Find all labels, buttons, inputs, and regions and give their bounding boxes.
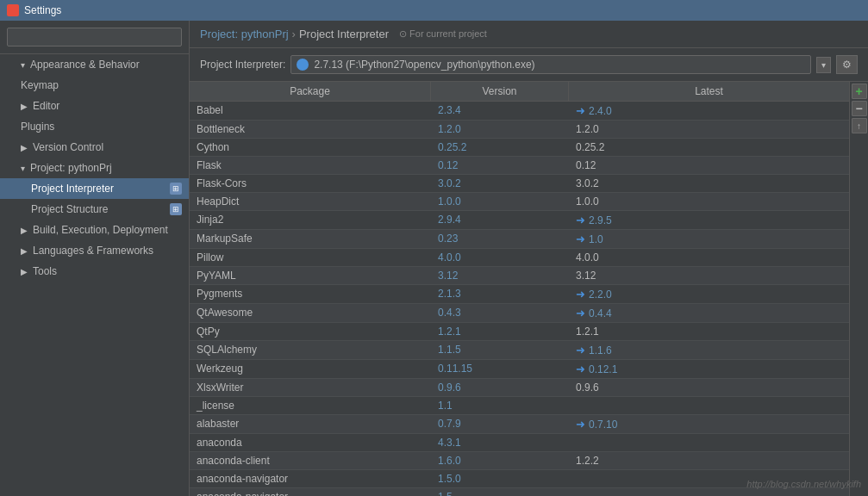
table-row[interactable]: anaconda4.3.1 — [190, 434, 849, 452]
sidebar-item-label: Project: pythonPrj — [30, 162, 112, 174]
remove-package-button[interactable]: − — [852, 101, 867, 116]
sidebar-item-8[interactable]: ▶Build, Execution, Deployment — [0, 220, 189, 240]
table-row[interactable]: Bottleneck1.2.01.2.0 — [190, 121, 849, 139]
sidebar-item-7[interactable]: Project Structure⊞ — [0, 199, 189, 220]
package-name: Pillow — [190, 249, 431, 266]
table-row[interactable]: _license1.1 — [190, 397, 849, 415]
table-row[interactable]: Werkzeug0.11.15➜0.12.1 — [190, 360, 849, 379]
table-row[interactable]: HeapDict1.0.01.0.0 — [190, 193, 849, 211]
table-row[interactable]: QtPy1.2.11.2.1 — [190, 323, 849, 341]
sidebar-item-9[interactable]: ▶Languages & Frameworks — [0, 240, 189, 261]
sidebar-badge-icon: ⊞ — [170, 203, 182, 215]
interpreter-path: 2.7.13 (F:\Python27\opencv_python\python… — [314, 59, 805, 71]
package-name: SQLAlchemy — [190, 341, 431, 359]
upgrade-arrow-icon: ➜ — [576, 307, 585, 319]
upgrade-arrow-icon: ➜ — [576, 418, 585, 431]
table-row[interactable]: Flask-Cors3.0.23.0.2 — [190, 175, 849, 193]
sidebar-item-5[interactable]: ▾Project: pythonPrj — [0, 158, 189, 178]
sidebar-item-label: Editor — [33, 100, 59, 112]
package-latest: 1.2.0 — [569, 121, 849, 138]
package-version: 0.23 — [431, 230, 569, 248]
table-row[interactable]: QtAwesome0.4.3➜0.4.4 — [190, 304, 849, 323]
title-bar: Settings — [0, 0, 868, 21]
sidebar-item-3[interactable]: Plugins — [0, 116, 189, 137]
interpreter-select[interactable]: 2.7.13 (F:\Python27\opencv_python\python… — [290, 55, 811, 74]
table-row[interactable]: anaconda-navigator1.5 — [190, 488, 849, 496]
breadcrumb-current: Project Interpreter — [299, 28, 389, 40]
sidebar-item-4[interactable]: ▶Version Control — [0, 137, 189, 158]
table-actions: + − ↑ — [849, 82, 868, 496]
add-package-button[interactable]: + — [852, 84, 867, 99]
interpreter-settings-button[interactable]: ⚙ — [836, 55, 858, 74]
sidebar-arrow-icon: ▶ — [21, 267, 28, 276]
package-name: Bottleneck — [190, 121, 431, 138]
table-row[interactable]: Cython0.25.20.25.2 — [190, 139, 849, 157]
upgrade-arrow-icon: ➜ — [576, 363, 585, 375]
package-latest: 0.25.2 — [569, 139, 849, 156]
sidebar-item-6[interactable]: Project Interpreter⊞ — [0, 178, 189, 199]
package-version: 1.1.5 — [431, 341, 569, 359]
table-row[interactable]: MarkupSafe0.23➜1.0 — [190, 230, 849, 249]
package-name: anaconda-client — [190, 452, 431, 469]
sidebar-arrow-icon: ▶ — [21, 246, 28, 256]
sidebar: ▾Appearance & BehaviorKeymap▶EditorPlugi… — [0, 21, 190, 496]
latest-version-text: 2.9.5 — [589, 214, 612, 226]
package-latest: ➜2.2.0 — [569, 285, 849, 303]
sidebar-item-label: Version Control — [33, 141, 103, 153]
latest-version-text: 2.2.0 — [589, 288, 612, 301]
col-header-package: Package — [190, 82, 431, 101]
table-row[interactable]: PyYAML3.123.12 — [190, 267, 849, 285]
table-row[interactable]: Flask0.120.12 — [190, 157, 849, 175]
sidebar-badge-icon: ⊞ — [170, 183, 182, 195]
sidebar-item-label: Appearance & Behavior — [30, 59, 140, 71]
sidebar-item-label: Tools — [33, 265, 57, 277]
package-version: 1.2.1 — [431, 323, 569, 340]
sidebar-item-label: Languages & Frameworks — [33, 245, 153, 257]
sidebar-item-label: Build, Execution, Deployment — [33, 224, 168, 236]
table-row[interactable]: XlsxWriter0.9.60.9.6 — [190, 379, 849, 397]
table-row[interactable]: Babel2.3.4➜2.4.0 — [190, 102, 849, 121]
package-version: 3.12 — [431, 267, 569, 284]
package-latest: ➜0.12.1 — [569, 360, 849, 378]
latest-version-text: 1.1.6 — [589, 344, 612, 356]
sidebar-item-1[interactable]: Keymap — [0, 75, 189, 96]
package-name: anaconda-navigator — [190, 488, 431, 496]
package-name: alabaster — [190, 415, 431, 433]
package-latest: 0.9.6 — [569, 379, 849, 396]
sidebar-arrow-icon: ▶ — [21, 226, 28, 235]
table-row[interactable]: alabaster0.7.9➜0.7.10 — [190, 415, 849, 434]
table-row[interactable]: SQLAlchemy1.1.5➜1.1.6 — [190, 341, 849, 360]
sidebar-item-label: Project Interpreter — [31, 183, 114, 195]
package-version: 4.0.0 — [431, 249, 569, 266]
package-version: 0.11.15 — [431, 360, 569, 378]
search-input[interactable] — [7, 28, 182, 46]
interpreter-dropdown-button[interactable]: ▾ — [816, 57, 831, 73]
table-row[interactable]: anaconda-client1.6.01.2.2 — [190, 452, 849, 470]
table-row[interactable]: Jinja22.9.4➜2.9.5 — [190, 211, 849, 230]
breadcrumb-project: Project: pythonPrj — [200, 28, 289, 40]
package-latest — [569, 397, 849, 414]
package-name: HeapDict — [190, 193, 431, 210]
package-name: Flask — [190, 157, 431, 174]
package-latest: ➜0.4.4 — [569, 304, 849, 322]
sidebar-item-0[interactable]: ▾Appearance & Behavior — [0, 54, 189, 75]
package-latest: ➜2.9.5 — [569, 211, 849, 229]
sidebar-item-10[interactable]: ▶Tools — [0, 261, 189, 282]
python-icon — [297, 59, 309, 71]
upgrade-arrow-icon: ➜ — [576, 214, 585, 226]
title-text: Settings — [24, 4, 61, 16]
upgrade-package-button[interactable]: ↑ — [852, 118, 867, 133]
table-row[interactable]: Pillow4.0.04.0.0 — [190, 249, 849, 267]
package-name: MarkupSafe — [190, 230, 431, 248]
package-latest: ➜2.4.0 — [569, 102, 849, 120]
package-name: Jinja2 — [190, 211, 431, 229]
content-area: Project: pythonPrj › Project Interpreter… — [190, 21, 868, 496]
sidebar-item-2[interactable]: ▶Editor — [0, 96, 189, 116]
app-icon — [7, 4, 19, 16]
package-name: anaconda-navigator — [190, 470, 431, 487]
package-latest: ➜0.7.10 — [569, 415, 849, 433]
search-box[interactable] — [0, 21, 189, 54]
table-row[interactable]: Pygments2.1.3➜2.2.0 — [190, 285, 849, 304]
interpreter-row: Project Interpreter: 2.7.13 (F:\Python27… — [190, 48, 868, 82]
main-container: ▾Appearance & BehaviorKeymap▶EditorPlugi… — [0, 21, 868, 496]
